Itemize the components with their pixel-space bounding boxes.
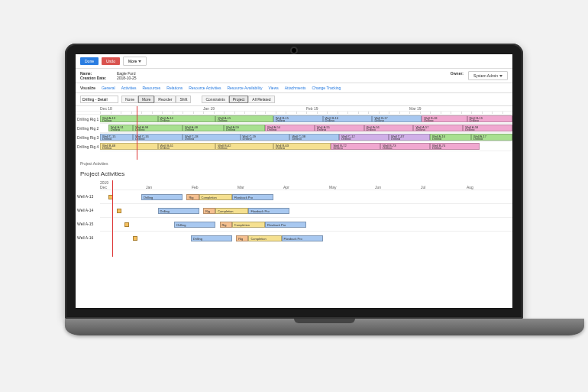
- project-activities-chart[interactable]: 2019 DecJanFebMarAprMayJunJulAug Well A-…: [76, 180, 512, 257]
- gantt-bar[interactable]: Well B-74Drilling: [430, 143, 480, 150]
- tab-resource-activities[interactable]: Resource Activities: [189, 86, 221, 90]
- tab-views[interactable]: Views: [269, 86, 279, 90]
- gantt-bar[interactable]: Well C-08Drilling: [289, 134, 339, 141]
- gantt-bar[interactable]: Well C-07Drilling: [389, 134, 430, 141]
- gantt-bar[interactable]: Well A-51Drilling: [108, 125, 133, 131]
- gantt-bar[interactable]: Well C-18Drilling: [183, 134, 241, 141]
- rig-label: Drilling Rig 3: [76, 135, 100, 140]
- shift-button[interactable]: Shift: [176, 96, 191, 103]
- tab-relations[interactable]: Relations: [166, 86, 183, 90]
- activity-row: Well A-13DrillingRigCompletionFlowback P…: [76, 190, 512, 203]
- activity-bar[interactable]: Flowback Pro: [265, 222, 306, 228]
- view-toolbar: NoneMoreReorderShift ConstraintsProjectA…: [76, 93, 512, 106]
- creation-date: 2018-10-25: [117, 76, 137, 80]
- header-info: Name:Eagle Ford Creation Date:2018-10-25…: [76, 69, 512, 83]
- tab-activities[interactable]: Activities: [121, 86, 137, 90]
- activity-row: Well A-14DrillingRigCompletionFlowback P…: [76, 203, 512, 217]
- gantt-bar[interactable]: Well A-55Drilling: [315, 125, 364, 131]
- month-label: Dec 18: [100, 106, 203, 111]
- well-label: Well A-16: [76, 235, 100, 240]
- tab-change-tracking[interactable]: Change Tracking: [312, 86, 341, 90]
- gantt-bar[interactable]: Well B-61Drilling: [158, 143, 216, 150]
- rig-label: Drilling Rig 4: [76, 144, 100, 149]
- project-button[interactable]: Project: [229, 96, 249, 103]
- gantt-bar[interactable]: Well A-54Drilling: [265, 125, 315, 131]
- activity-bar[interactable]: Completion: [248, 235, 281, 241]
- timeline-header: Dec 18Jan 19Feb 19Mar 19: [76, 106, 512, 112]
- gantt-bar[interactable]: Well A-15Drilling: [215, 115, 273, 122]
- constraints-button[interactable]: Constraints: [202, 96, 228, 103]
- gantt-bar[interactable]: Well A-17Drilling: [471, 134, 512, 141]
- milestone-icon[interactable]: [117, 209, 121, 213]
- none-button[interactable]: None: [121, 96, 138, 103]
- tab-resource-availability[interactable]: Resource Availability: [227, 86, 262, 90]
- gantt-bar[interactable]: Well A-58Drilling: [463, 125, 512, 131]
- gantt-bar[interactable]: Well A-56Drilling: [364, 125, 414, 131]
- reorder-button[interactable]: Reorder: [154, 96, 176, 103]
- activity-bar[interactable]: Rig: [236, 235, 248, 241]
- gantt-bar[interactable]: Well B-63Drilling: [273, 143, 331, 150]
- gantt-bar[interactable]: Well C-19Drilling: [241, 134, 290, 141]
- activity-bar[interactable]: Completion: [232, 222, 265, 228]
- activity-bar[interactable]: Completion: [215, 208, 248, 214]
- gantt-bar[interactable]: Well B-18Drilling: [422, 115, 467, 122]
- top-toolbar: Done Undo More: [76, 54, 512, 69]
- gantt-bar[interactable]: Well A-59Drilling: [224, 125, 265, 131]
- gantt-bar[interactable]: Well C-15Drilling: [100, 134, 133, 141]
- rig-label: Drilling Rig 1: [76, 117, 100, 121]
- gantt-bar[interactable]: Well B-73Drilling: [380, 143, 430, 150]
- all-related-button[interactable]: All Related: [248, 96, 274, 103]
- undo-button[interactable]: Undo: [102, 57, 120, 65]
- gantt-row: Drilling Rig 1Well A-13DrillingWell A-14…: [76, 115, 512, 124]
- chevron-down-icon: [138, 60, 141, 63]
- milestone-icon[interactable]: [133, 236, 137, 241]
- rig-label: Drilling Rig 2: [76, 126, 100, 131]
- gantt-bar[interactable]: Well B-72Drilling: [331, 143, 380, 150]
- activity-bar[interactable]: Completion: [199, 194, 232, 200]
- activity-bar[interactable]: Rig: [186, 194, 199, 200]
- gantt-bar[interactable]: Well A-16Drilling: [430, 134, 471, 141]
- webcam-icon: [292, 48, 296, 53]
- gantt-chart[interactable]: Dec 18Jan 19Feb 19Mar 19 Drilling Rig 1W…: [76, 106, 512, 160]
- activity-bar[interactable]: Rig: [203, 208, 215, 214]
- gantt-row: Drilling Rig 4Well B-68DrillingWell B-61…: [76, 142, 512, 151]
- gantt-bar[interactable]: Well B-68Drilling: [100, 143, 158, 150]
- project-activities-title: Project Activities: [76, 167, 512, 180]
- tab-general[interactable]: General: [102, 86, 115, 90]
- activity-bar[interactable]: Flowback Pro: [248, 208, 289, 214]
- tab-visualize[interactable]: Visualize: [80, 86, 95, 90]
- activity-bar[interactable]: Drilling: [174, 222, 215, 228]
- gantt-bar[interactable]: Well A-48Drilling: [183, 125, 224, 131]
- activity-bar[interactable]: Drilling: [191, 235, 232, 241]
- tab-attachments[interactable]: Attachments: [285, 86, 306, 90]
- activity-bar[interactable]: Flowback Pro: [232, 194, 273, 200]
- admin-button[interactable]: System Admin: [468, 71, 508, 80]
- gantt-bar[interactable]: Well B-17Drilling: [372, 115, 422, 122]
- activity-bar[interactable]: Rig: [220, 222, 232, 228]
- month-label: Jan 19: [203, 106, 306, 111]
- gantt-bar[interactable]: Well C-12Drilling: [339, 134, 389, 141]
- done-button[interactable]: Done: [80, 57, 99, 65]
- more-button[interactable]: More: [123, 57, 147, 66]
- gantt-bar[interactable]: Well B-15Drilling: [273, 115, 323, 122]
- milestone-icon[interactable]: [124, 222, 129, 227]
- activity-bar[interactable]: Flowback Pro: [282, 235, 323, 241]
- activity-bar[interactable]: Drilling: [141, 194, 183, 200]
- owner-label: Owner:: [451, 71, 464, 76]
- gantt-bar[interactable]: Well C-16Drilling: [133, 134, 183, 141]
- gantt-bar[interactable]: Well B-62Drilling: [215, 143, 273, 150]
- gantt-bar[interactable]: Well B-19Drilling: [467, 115, 512, 122]
- gantt-bar[interactable]: Well A-57Drilling: [413, 125, 463, 131]
- chevron-down-icon: [499, 75, 502, 77]
- screen-bezel: Done Undo More Name:Eagle Ford Creation …: [65, 44, 523, 319]
- gantt-bar[interactable]: Well A-13Drilling: [100, 115, 158, 122]
- activity-bar[interactable]: Drilling: [158, 208, 199, 214]
- gantt-bar[interactable]: Well A-14Drilling: [158, 115, 216, 122]
- current-date-line: [112, 180, 113, 257]
- tab-resources[interactable]: Resources: [142, 86, 160, 90]
- gantt-bar[interactable]: Well B-16Drilling: [323, 115, 373, 122]
- more-button[interactable]: More: [138, 96, 154, 103]
- gantt-bar[interactable]: Well A-98Drilling: [133, 125, 183, 131]
- view-select[interactable]: [80, 96, 118, 103]
- well-label: Well A-15: [76, 222, 100, 226]
